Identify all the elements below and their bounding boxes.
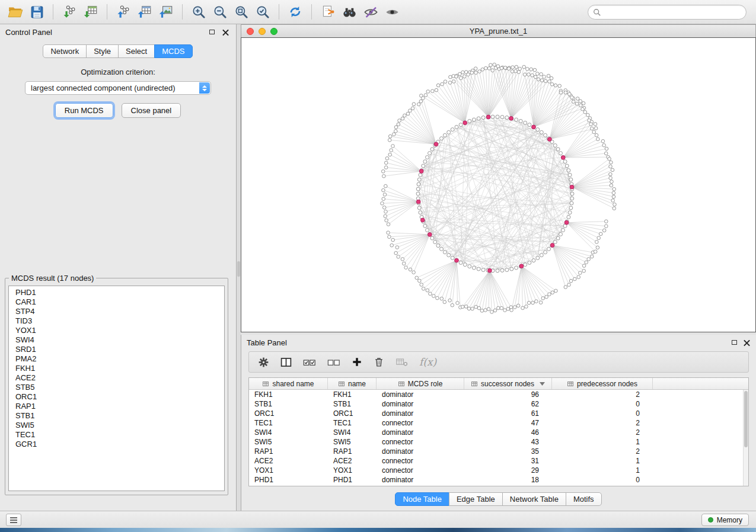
find-button[interactable] (339, 2, 360, 22)
memory-button[interactable]: Memory (701, 514, 749, 526)
window-minimize-button[interactable] (259, 28, 266, 35)
column-header-name[interactable]: name (328, 378, 377, 389)
criterion-dropdown[interactable]: largest connected component (undirected) (25, 81, 211, 95)
mcds-result-item[interactable]: SRD1 (9, 345, 224, 354)
column-header-mcds-role[interactable]: MCDS role (377, 378, 464, 389)
mcds-result-item[interactable]: YOX1 (9, 326, 224, 335)
save-button[interactable] (26, 2, 47, 22)
mcds-result-item[interactable]: SWI5 (9, 421, 224, 430)
zoom-fit-button[interactable] (231, 2, 252, 22)
select-all-button[interactable] (302, 354, 317, 370)
splitter-handle-icon[interactable] (237, 261, 240, 277)
close-panel-icon[interactable] (744, 339, 750, 346)
table-cell: 47 (464, 418, 552, 428)
table-settings-button[interactable] (257, 354, 270, 370)
show-column-button[interactable] (280, 354, 292, 370)
export-network-button[interactable] (113, 2, 134, 22)
mcds-result-item[interactable]: PHD1 (9, 288, 224, 297)
search-input[interactable] (601, 8, 746, 17)
add-column-button[interactable] (351, 354, 363, 370)
table-cell: 1 (552, 466, 653, 475)
table-cell: TEC1 (249, 418, 328, 428)
mcds-result-item[interactable]: ORC1 (9, 392, 224, 402)
export-table-button[interactable] (134, 2, 155, 22)
zoom-out-button[interactable] (209, 2, 231, 22)
trash-icon (373, 356, 385, 368)
tab-style[interactable]: Style (86, 44, 119, 58)
eye-icon (384, 4, 400, 20)
table-row[interactable]: SWI5SWI5connector431 (249, 437, 743, 447)
close-panel-icon[interactable] (222, 29, 229, 36)
table-cell: dominator (377, 399, 464, 409)
mcds-result-item[interactable]: FKH1 (9, 364, 224, 373)
apply-layout-button[interactable] (285, 2, 306, 22)
column-header-shared-name[interactable]: shared name (249, 378, 328, 389)
control-panel: Control Panel Network Style Select MCDS … (0, 24, 237, 511)
tab-network-table[interactable]: Network Table (502, 492, 566, 506)
export-image-button[interactable] (155, 2, 177, 22)
table-row[interactable]: RAP1RAP1dominator352 (249, 447, 743, 456)
table-row[interactable]: ACE2ACE2connector311 (249, 456, 743, 466)
plus-icon (351, 356, 363, 368)
run-mcds-button[interactable]: Run MCDS (55, 103, 113, 118)
import-table-button[interactable] (80, 2, 101, 22)
close-panel-button[interactable]: Close panel (122, 103, 181, 118)
zoom-in-button[interactable] (188, 2, 209, 22)
column-header-predecessor-nodes[interactable]: predecessor nodes (552, 378, 653, 389)
deselect-all-button[interactable] (327, 354, 341, 370)
window-close-button[interactable] (247, 28, 254, 35)
tab-node-table[interactable]: Node Table (395, 492, 449, 506)
network-canvas[interactable] (241, 38, 755, 332)
delete-table-button[interactable] (395, 354, 409, 370)
column-type-icon (567, 380, 574, 387)
mcds-result-item[interactable]: RAP1 (9, 402, 224, 411)
tab-motifs[interactable]: Motifs (566, 492, 602, 506)
zoom-selected-button[interactable] (252, 2, 273, 22)
mcds-result-item[interactable]: STB5 (9, 383, 224, 392)
panel-splitter[interactable] (237, 24, 241, 511)
float-panel-icon[interactable] (732, 340, 737, 345)
mcds-result-item[interactable]: PMA2 (9, 354, 224, 364)
show-panels-button[interactable] (6, 514, 21, 526)
mcds-result-item[interactable]: SWI4 (9, 335, 224, 345)
tab-edge-table[interactable]: Edge Table (449, 492, 503, 506)
table-row[interactable]: FKH1FKH1dominator962 (249, 390, 743, 399)
mcds-result-item[interactable]: STP4 (9, 307, 224, 316)
share-document-icon (320, 4, 336, 20)
import-network-button[interactable] (59, 2, 80, 22)
table-row[interactable]: ORC1ORC1dominator610 (249, 409, 743, 418)
mcds-result-item[interactable]: TEC1 (9, 430, 224, 440)
sort-chevron-icon[interactable] (540, 382, 545, 386)
mcds-result-item[interactable]: GCR1 (9, 440, 224, 449)
table-row[interactable]: STB1STB1dominator620 (249, 399, 743, 409)
mcds-result-item[interactable]: TID3 (9, 316, 224, 326)
column-header-successor-nodes[interactable]: successor nodes (464, 378, 552, 389)
export-web-button[interactable] (317, 2, 339, 22)
open-button[interactable] (5, 2, 26, 22)
table-row[interactable]: YOX1YOX1connector291 (249, 466, 743, 475)
table-row[interactable]: PHD1PHD1dominator180 (249, 475, 743, 485)
tab-network[interactable]: Network (43, 44, 87, 58)
table-cell: 96 (464, 390, 552, 399)
table-scrollbar[interactable] (743, 390, 748, 486)
toolbar-search-field[interactable] (588, 5, 747, 20)
function-builder-button[interactable]: f(x) (419, 354, 436, 370)
scrollbar-thumb[interactable] (744, 391, 748, 447)
gear-icon (257, 356, 270, 368)
show-details-button[interactable] (381, 2, 403, 22)
mcds-result-item[interactable]: STB1 (9, 411, 224, 421)
mcds-result-list[interactable]: PHD1CAR1STP4TID3YOX1SWI4SRD1PMA2FKH1ACE2… (8, 286, 225, 491)
network-window-titlebar[interactable]: YPA_prune.txt_1 (241, 24, 756, 37)
style-preview-button[interactable] (360, 2, 381, 22)
mcds-result-item[interactable]: CAR1 (9, 297, 224, 307)
memory-status-icon (708, 517, 713, 523)
tab-mcds[interactable]: MCDS (154, 44, 192, 58)
window-zoom-button[interactable] (270, 28, 277, 35)
table-row[interactable]: TEC1TEC1connector472 (249, 418, 743, 428)
delete-column-button[interactable] (373, 354, 385, 370)
mcds-result-item[interactable]: ACE2 (9, 373, 224, 383)
table-row[interactable]: SWI4SWI4dominator462 (249, 428, 743, 437)
checked-boxes-icon (302, 356, 317, 368)
tab-select[interactable]: Select (118, 44, 155, 58)
float-panel-icon[interactable] (209, 30, 215, 34)
